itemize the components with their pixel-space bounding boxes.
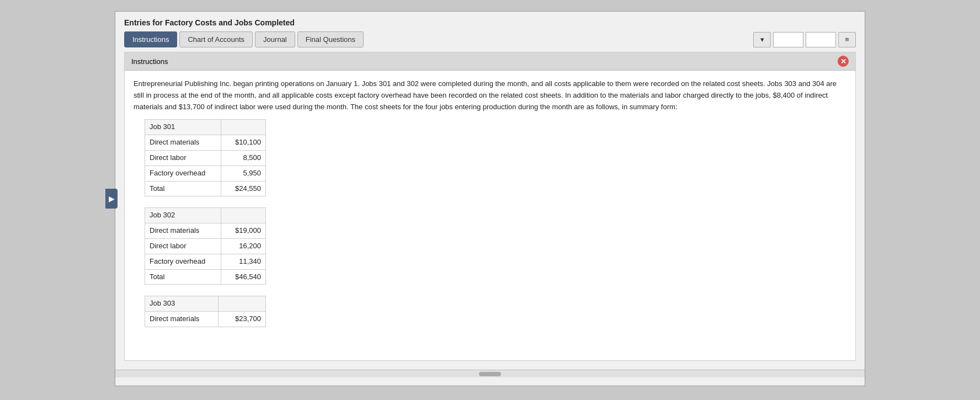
job-301-row-2-value: 5,950 [221,166,265,181]
table-row: Factory overhead 11,340 [145,254,266,269]
job-302-row-0-name: Direct materials [145,223,221,239]
job-302-row-1-name: Direct labor [145,238,221,254]
instructions-text: Entrepreneurial Publishing Inc. began pr… [134,78,846,113]
close-button[interactable]: ✕ [838,56,849,67]
menu-button[interactable]: ≡ [838,32,856,47]
instructions-body: Entrepreneurial Publishing Inc. began pr… [125,71,855,346]
toolbar-right: ▾ ≡ [753,32,856,47]
instructions-header: Instructions ✕ [125,52,855,71]
scrollbar[interactable] [115,370,865,377]
job-301-row-1-name: Direct labor [145,150,221,166]
page-title: Entries for Factory Costs and Jobs Compl… [115,12,865,31]
left-arrow-button[interactable]: ▶ [105,189,118,209]
main-container: ▶ Entries for Factory Costs and Jobs Com… [115,11,865,386]
page-total-input[interactable] [806,32,836,47]
job-301-total-value: $24,550 [221,181,265,196]
job-301-row-0-name: Direct materials [145,135,221,151]
tab-chart-of-accounts[interactable]: Chart of Accounts [179,31,253,47]
table-row: Total $46,540 [145,269,266,285]
job-303-row-0-value: $23,700 [218,312,265,327]
table-row: Job 302 [145,208,266,223]
job-301-table: Job 301 Direct materials $10,100 Direct … [145,119,266,196]
job-303-row-0-name: Direct materials [145,312,219,327]
tab-instructions[interactable]: Instructions [124,31,177,47]
job-301-row-2-name: Factory overhead [145,166,221,181]
table-row: Direct materials $10,100 [145,135,266,151]
table-row: Direct labor 16,200 [145,238,266,254]
table-row: Job 301 [145,120,266,135]
job-301-total-label: Total [145,181,221,196]
table-row: Direct labor 8,500 [145,150,266,166]
table-row: Direct materials $19,000 [145,223,266,239]
hamburger-icon: ≡ [845,35,849,44]
job-302-row-1-value: 16,200 [221,238,265,254]
job-302-row-0-value: $19,000 [221,223,265,239]
job-303-table: Job 303 Direct materials $23,700 [145,296,266,327]
tab-bar: Instructions Chart of Accounts Journal F… [115,31,865,52]
job-302-total-label: Total [145,269,221,285]
job-301-row-1-value: 8,500 [221,150,265,166]
instructions-header-label: Instructions [131,57,168,66]
table-row: Job 303 [145,296,266,312]
job-301-label: Job 301 [145,120,221,135]
page-input[interactable] [773,32,803,47]
chevron-down-icon: ▾ [760,35,764,44]
job-301-row-0-value: $10,100 [221,135,265,151]
job-302-row-2-name: Factory overhead [145,254,221,269]
tab-final-questions[interactable]: Final Questions [297,31,364,47]
dropdown-button[interactable]: ▾ [753,32,771,47]
content-area: Instructions ✕ Entrepreneurial Publishin… [124,52,856,361]
scrollbar-handle [479,372,501,376]
table-row: Direct materials $23,700 [145,312,266,327]
table-row: Factory overhead 5,950 [145,166,266,181]
job-302-total-value: $46,540 [221,269,265,285]
job-303-label: Job 303 [145,296,219,312]
tab-journal[interactable]: Journal [255,31,295,47]
job-302-label: Job 302 [145,208,221,223]
table-row: Total $24,550 [145,181,266,196]
job-302-table: Job 302 Direct materials $19,000 Direct … [145,207,266,285]
job-302-row-2-value: 11,340 [221,254,265,269]
